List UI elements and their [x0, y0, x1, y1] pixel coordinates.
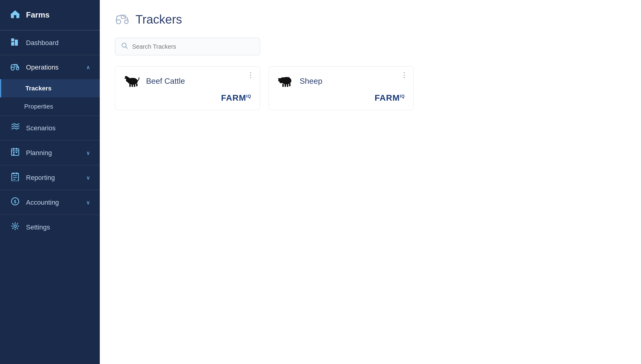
- svg-rect-4: [15, 40, 18, 46]
- sidebar-item-reporting[interactable]: Reporting ∨: [0, 165, 100, 190]
- sidebar-farms-label: Farms: [26, 10, 50, 20]
- settings-icon: [10, 222, 21, 233]
- scenarios-icon: [10, 122, 21, 134]
- search-bar[interactable]: [115, 38, 260, 55]
- svg-rect-49: [289, 83, 291, 86]
- chevron-down-accounting-icon: ∨: [86, 199, 90, 206]
- svg-text:$: $: [14, 199, 16, 204]
- sidebar-sub-item-trackers[interactable]: Trackers: [0, 79, 100, 97]
- sidebar-item-label-dashboard: Dashboard: [26, 39, 90, 47]
- sidebar-item-label-operations: Operations: [26, 63, 81, 71]
- accounting-icon: $: [10, 197, 21, 208]
- svg-rect-5: [11, 38, 14, 41]
- svg-rect-35: [129, 84, 131, 87]
- sidebar-item-planning[interactable]: Planning ∨: [0, 141, 100, 165]
- main-content: Trackers ⋮: [100, 0, 641, 364]
- tracker-card-sheep[interactable]: ⋮: [268, 66, 414, 110]
- sidebar-sub-label-trackers: Trackers: [25, 85, 51, 92]
- svg-point-50: [278, 80, 280, 81]
- svg-rect-21: [16, 173, 18, 174]
- search-input[interactable]: [132, 43, 254, 50]
- svg-rect-14: [16, 152, 17, 153]
- sidebar-item-label-settings: Settings: [26, 223, 90, 231]
- sidebar: Farms Dashboard Operations ∧ Tracke: [0, 0, 100, 364]
- reporting-icon: [10, 172, 21, 183]
- svg-point-26: [125, 20, 128, 24]
- svg-rect-46: [282, 84, 284, 87]
- sidebar-item-label-reporting: Reporting: [26, 174, 81, 182]
- cards-grid: ⋮: [115, 66, 626, 110]
- page-header: Trackers: [115, 12, 626, 27]
- sidebar-sub-label-properties: Properties: [24, 103, 53, 110]
- planning-icon: [10, 147, 21, 158]
- svg-rect-20: [13, 173, 15, 174]
- svg-rect-38: [136, 83, 138, 86]
- svg-point-25: [116, 20, 121, 24]
- sidebar-item-scenarios[interactable]: Scenarios: [0, 116, 100, 140]
- svg-rect-48: [287, 84, 288, 87]
- sidebar-item-label-planning: Planning: [26, 149, 81, 157]
- card-content-beef-cattle: Beef Cattle: [124, 73, 251, 89]
- sidebar-item-label-scenarios: Scenarios: [26, 124, 90, 132]
- card-menu-button-beef-cattle[interactable]: ⋮: [247, 71, 254, 79]
- beef-cattle-name: Beef Cattle: [146, 76, 185, 86]
- sidebar-item-accounting[interactable]: $ Accounting ∨: [0, 190, 100, 215]
- sidebar-sub-item-properties[interactable]: Properties: [0, 97, 100, 115]
- farmiq-logo-sheep: FARMIQ: [277, 93, 405, 103]
- svg-line-29: [126, 47, 128, 49]
- svg-point-24: [14, 225, 16, 227]
- page-title-icon: [115, 12, 130, 27]
- svg-rect-15: [13, 154, 15, 155]
- sidebar-item-label-accounting: Accounting: [26, 199, 81, 206]
- svg-rect-2: [14, 15, 16, 18]
- svg-point-43: [286, 77, 290, 81]
- card-menu-button-sheep[interactable]: ⋮: [401, 71, 408, 79]
- svg-rect-9: [11, 149, 19, 155]
- svg-rect-47: [285, 84, 286, 87]
- svg-point-39: [125, 78, 126, 79]
- page-title: Trackers: [135, 13, 182, 26]
- svg-rect-3: [11, 42, 14, 46]
- chevron-down-planning-icon: ∨: [86, 150, 90, 156]
- sidebar-item-dashboard[interactable]: Dashboard: [0, 31, 100, 55]
- svg-marker-1: [10, 10, 20, 15]
- sheep-icon: [277, 73, 294, 89]
- farmiq-logo-beef-cattle: FARMIQ: [124, 93, 251, 103]
- svg-point-45: [278, 78, 280, 80]
- dashboard-icon: [10, 37, 21, 48]
- svg-rect-37: [134, 84, 135, 87]
- cow-icon: [124, 73, 141, 89]
- farms-icon: [10, 8, 21, 21]
- chevron-up-icon: ∧: [86, 64, 90, 71]
- operations-icon: [10, 62, 21, 73]
- svg-point-6: [11, 67, 14, 70]
- svg-point-34: [125, 76, 126, 77]
- sidebar-item-operations[interactable]: Operations ∧: [0, 55, 100, 79]
- svg-rect-36: [132, 84, 133, 87]
- sheep-name: Sheep: [300, 76, 322, 86]
- chevron-down-reporting-icon: ∨: [86, 174, 90, 181]
- card-content-sheep: Sheep: [277, 73, 405, 89]
- sidebar-item-settings[interactable]: Settings: [0, 215, 100, 239]
- search-icon: [121, 42, 128, 51]
- svg-rect-13: [13, 152, 15, 153]
- sidebar-farms[interactable]: Farms: [0, 0, 100, 30]
- tracker-card-beef-cattle[interactable]: ⋮: [115, 66, 260, 110]
